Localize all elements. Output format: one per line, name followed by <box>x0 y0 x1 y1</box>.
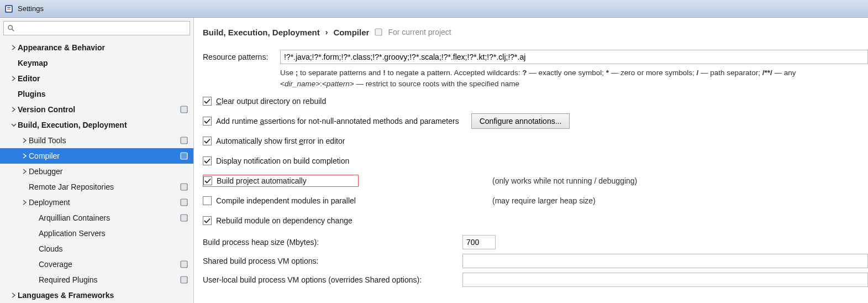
sidebar-item-build-execution-deployment[interactable]: Build, Execution, Deployment <box>0 117 193 133</box>
sidebar-item-required-plugins[interactable]: Required Plugins <box>0 272 193 288</box>
clear-output-checkbox[interactable] <box>203 97 212 106</box>
window-title: Settings <box>18 4 44 13</box>
svg-rect-2 <box>7 7 10 8</box>
search-box[interactable] <box>3 21 190 35</box>
shared-vm-options-label: Shared build process VM options: <box>203 257 462 265</box>
svg-rect-17 <box>181 215 187 221</box>
sidebar-item-editor[interactable]: Editor <box>0 71 193 86</box>
auto-show-error-checkbox[interactable] <box>203 137 212 145</box>
auto-show-error-label: Automatically show first error in editor <box>216 137 345 145</box>
sidebar-item-label: Keymap <box>18 59 180 67</box>
sidebar-item-label: Deployment <box>29 198 180 207</box>
app-icon <box>4 4 13 13</box>
search-icon <box>7 24 15 32</box>
svg-rect-19 <box>181 261 187 268</box>
sidebar-item-label: Appearance & Behavior <box>18 43 180 52</box>
settings-content: Build, Execution, Deployment › Compiler … <box>194 18 868 303</box>
sidebar-item-appearance-behavior[interactable]: Appearance & Behavior <box>0 40 193 55</box>
project-badge-icon <box>180 152 188 160</box>
sidebar-item-label: Coverage <box>39 260 180 269</box>
build-auto-highlight: Build project automatically <box>203 175 359 187</box>
breadcrumb-scope: For current project <box>388 28 451 36</box>
build-auto-aside: (only works while not running / debuggin… <box>492 176 868 185</box>
sidebar-item-languages-frameworks[interactable]: Languages & Frameworks <box>0 288 193 303</box>
sidebar-item-label: Languages & Frameworks <box>18 291 180 300</box>
add-runtime-assertions-label: Add runtime assertions for not-null-anno… <box>216 117 459 126</box>
resource-patterns-hint: Use ; to separate patterns and ! to nega… <box>280 67 868 90</box>
shared-vm-options-input[interactable] <box>462 254 868 268</box>
svg-rect-23 <box>375 29 382 35</box>
sidebar-item-label: Build Tools <box>29 136 180 145</box>
chevron-right-icon <box>21 168 29 175</box>
build-auto-label: Build project automatically <box>217 176 355 185</box>
chevron-right-icon <box>10 106 18 113</box>
sidebar-item-label: Remote Jar Repositories <box>29 182 180 191</box>
compile-parallel-label: Compile independent modules in parallel <box>216 196 356 205</box>
project-badge-icon <box>180 198 188 206</box>
sidebar-item-keymap[interactable]: Keymap <box>0 55 193 71</box>
build-auto-checkbox[interactable] <box>203 176 212 185</box>
chevron-right-icon <box>10 75 18 82</box>
settings-sidebar: Appearance & Behavior Keymap Editor Plug… <box>0 18 194 303</box>
sidebar-item-label: Debugger <box>29 167 180 176</box>
sidebar-item-coverage[interactable]: Coverage <box>0 257 193 272</box>
sidebar-item-label: Compiler <box>29 152 180 160</box>
sidebar-item-application-servers[interactable]: Application Servers <box>0 226 193 241</box>
display-notification-checkbox[interactable] <box>203 156 212 165</box>
sidebar-item-label: Application Servers <box>39 229 180 238</box>
title-bar: Settings <box>0 0 868 18</box>
chevron-right-icon <box>21 152 29 160</box>
svg-rect-3 <box>7 9 10 10</box>
user-vm-options-input[interactable] <box>462 273 868 287</box>
svg-point-4 <box>8 25 12 29</box>
sidebar-item-label: Editor <box>18 74 180 83</box>
rebuild-module-checkbox[interactable] <box>203 216 212 225</box>
sidebar-item-label: Plugins <box>18 90 180 98</box>
svg-rect-13 <box>181 184 187 190</box>
sidebar-item-label: Version Control <box>18 105 180 114</box>
sidebar-item-version-control[interactable]: Version Control <box>0 102 193 117</box>
project-badge-icon <box>180 260 188 268</box>
sidebar-item-label: Required Plugins <box>39 275 180 284</box>
svg-rect-15 <box>181 199 187 206</box>
breadcrumb-separator: › <box>325 28 328 36</box>
breadcrumb-part-2: Compiler <box>333 28 369 37</box>
resource-patterns-input[interactable] <box>280 50 868 64</box>
user-vm-options-label: User-local build process VM options (ove… <box>203 275 462 284</box>
resource-patterns-label: Resource patterns: <box>203 53 280 61</box>
sidebar-item-plugins[interactable]: Plugins <box>0 86 193 102</box>
sidebar-item-arquillian-containers[interactable]: Arquillian Containers <box>0 210 193 226</box>
clear-output-label: Clear output directory on rebuild <box>216 97 326 106</box>
compile-parallel-checkbox[interactable] <box>203 196 212 205</box>
project-badge-icon <box>180 137 188 144</box>
chevron-down-icon <box>10 121 18 129</box>
breadcrumb-part-1: Build, Execution, Deployment <box>203 28 320 37</box>
add-runtime-assertions-checkbox[interactable] <box>203 117 212 126</box>
sidebar-item-label: Clouds <box>39 244 180 253</box>
sidebar-item-label: Arquillian Containers <box>39 213 180 222</box>
search-input[interactable] <box>18 22 187 35</box>
sidebar-item-remote-jar-repositories[interactable]: Remote Jar Repositories <box>0 179 193 195</box>
project-badge-icon <box>375 28 382 36</box>
rebuild-module-label: Rebuild module on dependency change <box>216 216 353 225</box>
project-badge-icon <box>180 106 188 113</box>
sidebar-item-compiler[interactable]: Compiler <box>0 148 193 164</box>
sidebar-item-build-tools[interactable]: Build Tools <box>0 133 193 148</box>
chevron-right-icon <box>10 44 18 51</box>
chevron-right-icon <box>21 198 29 206</box>
sidebar-item-deployment[interactable]: Deployment <box>0 195 193 210</box>
svg-rect-9 <box>181 137 187 144</box>
svg-rect-7 <box>181 106 187 113</box>
configure-annotations-button[interactable]: Configure annotations... <box>471 113 570 129</box>
settings-tree: Appearance & Behavior Keymap Editor Plug… <box>0 38 193 303</box>
sidebar-item-clouds[interactable]: Clouds <box>0 241 193 257</box>
project-badge-icon <box>180 276 188 284</box>
project-badge-icon <box>180 214 188 222</box>
sidebar-item-debugger[interactable]: Debugger <box>0 164 193 179</box>
heap-size-label: Build process heap size (Mbytes): <box>203 238 462 247</box>
display-notification-label: Display notification on build completion <box>216 156 349 165</box>
svg-rect-21 <box>181 276 187 283</box>
compile-parallel-aside: (may require larger heap size) <box>492 196 868 205</box>
heap-size-input[interactable] <box>462 235 496 249</box>
breadcrumb: Build, Execution, Deployment › Compiler … <box>203 24 868 40</box>
